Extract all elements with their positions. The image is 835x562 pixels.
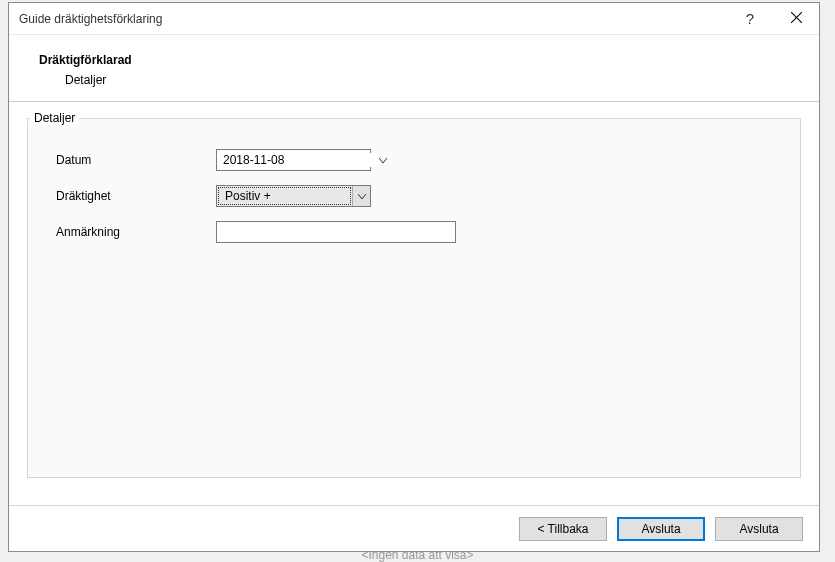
chevron-down-icon bbox=[358, 189, 366, 203]
pregnancy-value: Positiv + bbox=[218, 187, 351, 205]
date-input[interactable] bbox=[217, 153, 379, 167]
pregnancy-dropdown-button[interactable] bbox=[352, 186, 370, 206]
pregnancy-row: Dräktighet Positiv + bbox=[56, 185, 776, 207]
wizard-subtitle: Detaljer bbox=[65, 73, 809, 87]
pregnancy-label: Dräktighet bbox=[56, 189, 216, 203]
titlebar-controls: ? bbox=[727, 3, 819, 34]
close-icon bbox=[791, 11, 802, 26]
date-row: Datum bbox=[56, 149, 776, 171]
pregnancy-combobox[interactable]: Positiv + bbox=[216, 185, 371, 207]
details-group: Detaljer Datum Dräktighet Positiv + bbox=[27, 118, 801, 478]
cancel-button[interactable]: Avsluta bbox=[715, 517, 803, 541]
close-button[interactable] bbox=[773, 3, 819, 34]
group-title: Detaljer bbox=[30, 111, 79, 125]
note-input[interactable] bbox=[216, 221, 456, 243]
content-area: Detaljer Datum Dräktighet Positiv + bbox=[9, 102, 819, 505]
chevron-down-icon bbox=[379, 153, 387, 167]
finish-button[interactable]: Avsluta bbox=[617, 517, 705, 541]
help-button[interactable]: ? bbox=[727, 3, 773, 34]
back-button[interactable]: < Tillbaka bbox=[519, 517, 607, 541]
date-dropdown-button[interactable] bbox=[379, 150, 387, 170]
date-picker[interactable] bbox=[216, 149, 371, 171]
note-row: Anmärkning bbox=[56, 221, 776, 243]
dialog-footer: < Tillbaka Avsluta Avsluta bbox=[9, 505, 819, 551]
titlebar: Guide dräktighetsförklaring ? bbox=[9, 3, 819, 35]
wizard-title: Dräktigförklarad bbox=[39, 53, 809, 67]
date-label: Datum bbox=[56, 153, 216, 167]
window-title: Guide dräktighetsförklaring bbox=[19, 12, 727, 26]
dialog-window: Guide dräktighetsförklaring ? Dräktigför… bbox=[8, 2, 820, 552]
note-label: Anmärkning bbox=[56, 225, 216, 239]
wizard-header: Dräktigförklarad Detaljer bbox=[9, 35, 819, 102]
